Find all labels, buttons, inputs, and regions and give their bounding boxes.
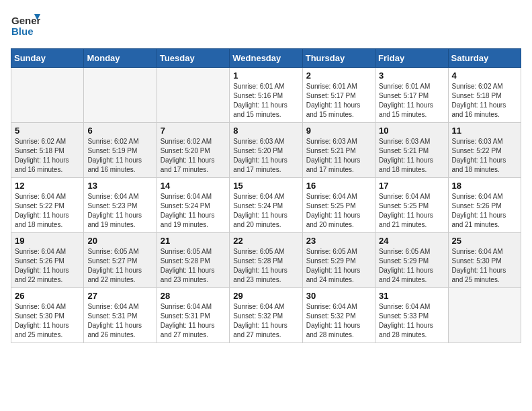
calendar-cell: 28Sunrise: 6:04 AMSunset: 5:31 PMDayligh…	[157, 288, 229, 343]
calendar-table: SundayMondayTuesdayWednesdayThursdayFrid…	[11, 48, 521, 343]
calendar-cell: 23Sunrise: 6:05 AMSunset: 5:29 PMDayligh…	[302, 233, 375, 288]
logo: General Blue	[11, 11, 40, 40]
calendar-cell	[84, 68, 157, 123]
day-number: 26	[15, 291, 80, 301]
column-header-thursday: Thursday	[302, 49, 375, 68]
calendar-cell: 31Sunrise: 6:04 AMSunset: 5:33 PMDayligh…	[375, 288, 448, 343]
day-info: Sunrise: 6:02 AMSunset: 5:19 PMDaylight:…	[87, 137, 152, 175]
day-number: 18	[452, 181, 517, 191]
day-number: 29	[233, 291, 298, 301]
day-number: 17	[379, 181, 444, 191]
svg-text:Blue: Blue	[11, 26, 34, 37]
logo-svg: General Blue	[11, 11, 40, 40]
day-info: Sunrise: 6:04 AMSunset: 5:23 PMDaylight:…	[87, 192, 152, 230]
day-info: Sunrise: 6:04 AMSunset: 5:25 PMDaylight:…	[306, 192, 371, 230]
calendar-cell: 2Sunrise: 6:01 AMSunset: 5:17 PMDaylight…	[302, 68, 375, 123]
day-info: Sunrise: 6:05 AMSunset: 5:27 PMDaylight:…	[87, 247, 152, 285]
day-number: 11	[452, 126, 517, 136]
calendar-cell: 14Sunrise: 6:04 AMSunset: 5:24 PMDayligh…	[157, 178, 229, 233]
day-number: 20	[87, 236, 152, 246]
calendar-cell: 21Sunrise: 6:05 AMSunset: 5:28 PMDayligh…	[157, 233, 229, 288]
day-number: 4	[452, 71, 517, 81]
calendar-cell: 19Sunrise: 6:04 AMSunset: 5:26 PMDayligh…	[11, 233, 84, 288]
calendar-cell: 18Sunrise: 6:04 AMSunset: 5:26 PMDayligh…	[448, 178, 521, 233]
column-header-wednesday: Wednesday	[230, 49, 302, 68]
day-number: 7	[161, 126, 226, 136]
calendar-cell: 25Sunrise: 6:04 AMSunset: 5:30 PMDayligh…	[448, 233, 521, 288]
day-number: 16	[306, 181, 371, 191]
day-info: Sunrise: 6:05 AMSunset: 5:29 PMDaylight:…	[379, 247, 444, 285]
day-info: Sunrise: 6:04 AMSunset: 5:30 PMDaylight:…	[452, 247, 517, 285]
day-number: 25	[452, 236, 517, 246]
calendar-week-row: 19Sunrise: 6:04 AMSunset: 5:26 PMDayligh…	[11, 233, 521, 288]
day-number: 2	[306, 71, 371, 81]
calendar-cell: 5Sunrise: 6:02 AMSunset: 5:18 PMDaylight…	[11, 123, 84, 178]
day-info: Sunrise: 6:03 AMSunset: 5:20 PMDaylight:…	[233, 137, 298, 175]
calendar-cell: 22Sunrise: 6:05 AMSunset: 5:28 PMDayligh…	[230, 233, 302, 288]
day-info: Sunrise: 6:02 AMSunset: 5:18 PMDaylight:…	[15, 137, 80, 175]
day-number: 5	[15, 126, 80, 136]
day-info: Sunrise: 6:04 AMSunset: 5:24 PMDaylight:…	[233, 192, 298, 230]
calendar-cell: 3Sunrise: 6:01 AMSunset: 5:17 PMDaylight…	[375, 68, 448, 123]
day-number: 1	[233, 71, 298, 81]
day-info: Sunrise: 6:04 AMSunset: 5:24 PMDaylight:…	[161, 192, 226, 230]
page-header: General Blue	[11, 11, 521, 40]
calendar-cell: 11Sunrise: 6:03 AMSunset: 5:22 PMDayligh…	[448, 123, 521, 178]
column-header-sunday: Sunday	[11, 49, 84, 68]
day-number: 30	[306, 291, 371, 301]
column-header-friday: Friday	[375, 49, 448, 68]
calendar-cell: 15Sunrise: 6:04 AMSunset: 5:24 PMDayligh…	[230, 178, 302, 233]
day-info: Sunrise: 6:04 AMSunset: 5:31 PMDaylight:…	[161, 302, 226, 340]
calendar-cell	[11, 68, 84, 123]
calendar-cell: 20Sunrise: 6:05 AMSunset: 5:27 PMDayligh…	[84, 233, 157, 288]
calendar-cell: 4Sunrise: 6:02 AMSunset: 5:18 PMDaylight…	[448, 68, 521, 123]
calendar-cell: 24Sunrise: 6:05 AMSunset: 5:29 PMDayligh…	[375, 233, 448, 288]
calendar-week-row: 1Sunrise: 6:01 AMSunset: 5:16 PMDaylight…	[11, 68, 521, 123]
calendar-cell: 13Sunrise: 6:04 AMSunset: 5:23 PMDayligh…	[84, 178, 157, 233]
day-info: Sunrise: 6:05 AMSunset: 5:29 PMDaylight:…	[306, 247, 371, 285]
calendar-week-row: 5Sunrise: 6:02 AMSunset: 5:18 PMDaylight…	[11, 123, 521, 178]
day-info: Sunrise: 6:04 AMSunset: 5:26 PMDaylight:…	[452, 192, 517, 230]
day-info: Sunrise: 6:04 AMSunset: 5:30 PMDaylight:…	[15, 302, 80, 340]
day-number: 24	[379, 236, 444, 246]
day-info: Sunrise: 6:03 AMSunset: 5:21 PMDaylight:…	[306, 137, 371, 175]
day-info: Sunrise: 6:04 AMSunset: 5:33 PMDaylight:…	[379, 302, 444, 340]
calendar-cell: 8Sunrise: 6:03 AMSunset: 5:20 PMDaylight…	[230, 123, 302, 178]
calendar-cell: 17Sunrise: 6:04 AMSunset: 5:25 PMDayligh…	[375, 178, 448, 233]
calendar-cell: 30Sunrise: 6:04 AMSunset: 5:32 PMDayligh…	[302, 288, 375, 343]
day-info: Sunrise: 6:02 AMSunset: 5:20 PMDaylight:…	[161, 137, 226, 175]
calendar-cell: 10Sunrise: 6:03 AMSunset: 5:21 PMDayligh…	[375, 123, 448, 178]
day-info: Sunrise: 6:02 AMSunset: 5:18 PMDaylight:…	[452, 82, 517, 120]
day-info: Sunrise: 6:04 AMSunset: 5:32 PMDaylight:…	[233, 302, 298, 340]
day-info: Sunrise: 6:04 AMSunset: 5:25 PMDaylight:…	[379, 192, 444, 230]
calendar-week-row: 12Sunrise: 6:04 AMSunset: 5:22 PMDayligh…	[11, 178, 521, 233]
day-number: 15	[233, 181, 298, 191]
calendar-cell: 27Sunrise: 6:04 AMSunset: 5:31 PMDayligh…	[84, 288, 157, 343]
calendar-cell	[448, 288, 521, 343]
day-number: 9	[306, 126, 371, 136]
calendar-cell: 12Sunrise: 6:04 AMSunset: 5:22 PMDayligh…	[11, 178, 84, 233]
day-info: Sunrise: 6:05 AMSunset: 5:28 PMDaylight:…	[161, 247, 226, 285]
day-number: 8	[233, 126, 298, 136]
day-number: 21	[161, 236, 226, 246]
calendar-cell: 16Sunrise: 6:04 AMSunset: 5:25 PMDayligh…	[302, 178, 375, 233]
column-header-monday: Monday	[84, 49, 157, 68]
calendar-header-row: SundayMondayTuesdayWednesdayThursdayFrid…	[11, 49, 521, 68]
day-number: 23	[306, 236, 371, 246]
column-header-tuesday: Tuesday	[157, 49, 229, 68]
day-info: Sunrise: 6:04 AMSunset: 5:26 PMDaylight:…	[15, 247, 80, 285]
day-number: 31	[379, 291, 444, 301]
day-info: Sunrise: 6:04 AMSunset: 5:31 PMDaylight:…	[87, 302, 152, 340]
day-number: 27	[87, 291, 152, 301]
calendar-cell	[157, 68, 229, 123]
day-info: Sunrise: 6:04 AMSunset: 5:22 PMDaylight:…	[15, 192, 80, 230]
day-number: 28	[161, 291, 226, 301]
day-number: 10	[379, 126, 444, 136]
calendar-cell: 29Sunrise: 6:04 AMSunset: 5:32 PMDayligh…	[230, 288, 302, 343]
day-number: 12	[15, 181, 80, 191]
day-info: Sunrise: 6:05 AMSunset: 5:28 PMDaylight:…	[233, 247, 298, 285]
day-number: 19	[15, 236, 80, 246]
day-info: Sunrise: 6:01 AMSunset: 5:17 PMDaylight:…	[379, 82, 444, 120]
day-number: 13	[87, 181, 152, 191]
day-number: 22	[233, 236, 298, 246]
